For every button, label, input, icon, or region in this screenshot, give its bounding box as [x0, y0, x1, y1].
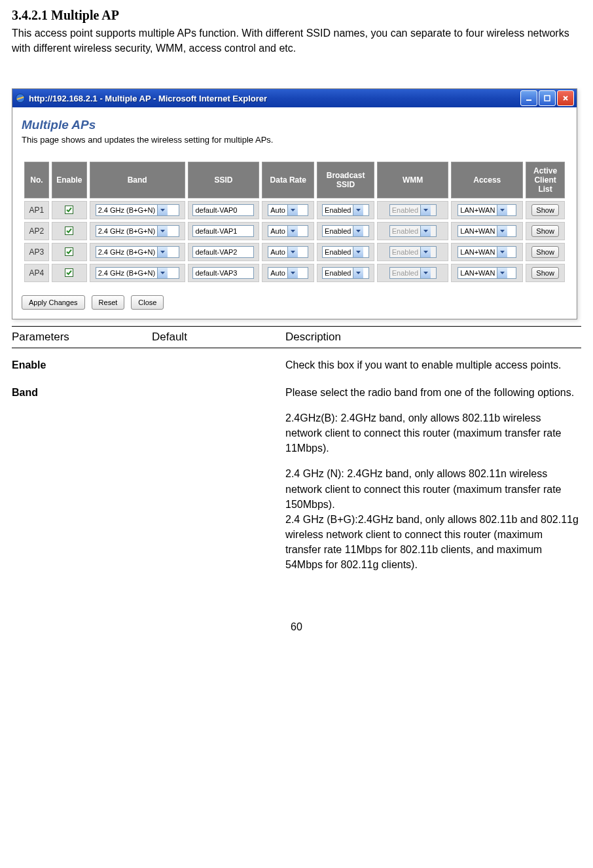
param-desc-text: 2.4 GHz (N): 2.4GHz band, only allows 80… [285, 466, 579, 572]
access-select[interactable]: LAN+WAN [458, 225, 516, 237]
param-col-description: Description [285, 327, 581, 348]
ap-number: AP4 [24, 264, 49, 282]
broadcast-ssid-select[interactable]: Enabled [322, 225, 369, 237]
access-select[interactable]: LAN+WAN [458, 246, 516, 258]
broadcast-ssid-select[interactable]: Enabled [322, 267, 369, 279]
col-client: Active Client List [526, 162, 565, 198]
minimize-button[interactable] [520, 90, 537, 106]
ap-table: No. Enable Band SSID Data Rate Broadcast… [22, 159, 567, 285]
ap-number: AP3 [24, 243, 49, 261]
broadcast-ssid-select[interactable]: Enabled [322, 204, 369, 216]
ie-icon [15, 93, 26, 103]
page-title: Multiple APs [22, 118, 567, 132]
param-desc-text: 2.4GHz(B): 2.4GHz band, only allows 802.… [285, 410, 579, 456]
wmm-select: Enabled [389, 246, 437, 258]
page-number: 60 [12, 621, 581, 633]
wmm-select: Enabled [389, 204, 437, 216]
data-rate-select[interactable]: Auto [268, 246, 308, 258]
svg-rect-2 [545, 96, 550, 101]
table-row: AP12.4 GHz (B+G+N)default-VAP0AutoEnable… [24, 201, 565, 219]
col-rate: Data Rate [262, 162, 314, 198]
broadcast-ssid-select[interactable]: Enabled [322, 246, 369, 258]
band-select[interactable]: 2.4 GHz (B+G+N) [96, 225, 179, 237]
enable-checkbox[interactable] [65, 247, 73, 256]
col-no: No. [24, 162, 49, 198]
param-desc-text: Check this box if you want to enable mul… [285, 357, 579, 372]
browser-window: http://192.168.2.1 - Multiple AP - Micro… [12, 88, 577, 319]
enable-checkbox[interactable] [65, 226, 73, 235]
table-row: AP42.4 GHz (B+G+N)default-VAP3AutoEnable… [24, 264, 565, 282]
param-name: Enable [12, 348, 152, 376]
data-rate-select[interactable]: Auto [268, 225, 308, 237]
reset-button[interactable]: Reset [92, 295, 125, 310]
col-enable: Enable [52, 162, 87, 198]
col-bcast: Broadcast SSID [317, 162, 374, 198]
apply-changes-button[interactable]: Apply Changes [22, 295, 85, 310]
show-button[interactable]: Show [531, 225, 559, 237]
param-desc-text: Please select the radio band from one of… [285, 385, 579, 400]
col-band: Band [90, 162, 185, 198]
page-description: This page shows and updates the wireless… [22, 135, 567, 145]
maximize-button[interactable] [539, 90, 556, 106]
intro-paragraph: This access point supports multiple APs … [12, 26, 581, 56]
param-description: Please select the radio band from one of… [285, 376, 581, 575]
parameters-table: Parameters Default Description EnableChe… [12, 326, 581, 575]
param-col-parameters: Parameters [12, 327, 152, 348]
data-rate-select[interactable]: Auto [268, 204, 308, 216]
ssid-input[interactable]: default-VAP2 [192, 246, 254, 258]
data-rate-select[interactable]: Auto [268, 267, 308, 279]
close-button[interactable] [557, 90, 574, 106]
param-col-default: Default [152, 327, 285, 348]
col-access: Access [451, 162, 523, 198]
section-heading: 3.4.2.1 Multiple AP [12, 8, 581, 23]
ssid-input[interactable]: default-VAP1 [192, 225, 254, 237]
table-row: AP22.4 GHz (B+G+N)default-VAP1AutoEnable… [24, 222, 565, 240]
show-button[interactable]: Show [531, 267, 559, 279]
access-select[interactable]: LAN+WAN [458, 267, 516, 279]
param-default [152, 376, 285, 575]
titlebar: http://192.168.2.1 - Multiple AP - Micro… [12, 89, 577, 107]
param-default [152, 348, 285, 376]
svg-rect-1 [526, 99, 531, 101]
col-wmm: WMM [377, 162, 448, 198]
param-name: Band [12, 376, 152, 575]
wmm-select: Enabled [389, 225, 437, 237]
access-select[interactable]: LAN+WAN [458, 204, 516, 216]
ssid-input[interactable]: default-VAP0 [192, 204, 254, 216]
ap-number: AP1 [24, 201, 49, 219]
band-select[interactable]: 2.4 GHz (B+G+N) [96, 204, 179, 216]
band-select[interactable]: 2.4 GHz (B+G+N) [96, 246, 179, 258]
ap-number: AP2 [24, 222, 49, 240]
ssid-input[interactable]: default-VAP3 [192, 267, 254, 279]
enable-checkbox[interactable] [65, 268, 73, 277]
band-select[interactable]: 2.4 GHz (B+G+N) [96, 267, 179, 279]
wmm-select: Enabled [389, 267, 437, 279]
param-description: Check this box if you want to enable mul… [285, 348, 581, 376]
show-button[interactable]: Show [531, 246, 559, 258]
enable-checkbox[interactable] [65, 206, 73, 214]
table-row: AP32.4 GHz (B+G+N)default-VAP2AutoEnable… [24, 243, 565, 261]
col-ssid: SSID [188, 162, 260, 198]
window-title: http://192.168.2.1 - Multiple AP - Micro… [29, 94, 520, 103]
show-button[interactable]: Show [531, 204, 559, 216]
close-page-button[interactable]: Close [131, 295, 164, 310]
